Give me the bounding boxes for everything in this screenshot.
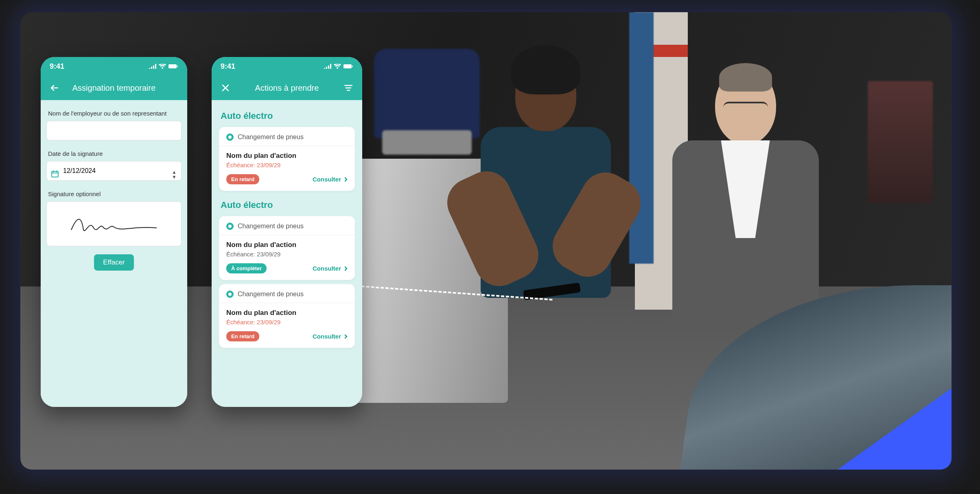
status-badge: À compléter xyxy=(226,263,267,273)
phone-assignation: 9:41 Assignation temporaire Nom de l'emp… xyxy=(41,57,187,407)
status-badge: En retard xyxy=(226,174,259,184)
task-icon xyxy=(226,223,234,230)
task-name: Changement de pneus xyxy=(238,133,304,141)
svg-rect-2 xyxy=(52,171,58,177)
chevron-right-icon xyxy=(344,266,348,271)
task-name: Changement de pneus xyxy=(238,223,304,230)
section-heading: Auto électro xyxy=(221,200,353,210)
task-icon xyxy=(226,291,234,298)
status-icons xyxy=(324,64,353,69)
status-bar: 9:41 xyxy=(41,57,187,76)
mechanic-figure xyxy=(477,58,615,383)
deadline-text: Échéance: 23/09/29 xyxy=(226,319,348,326)
task-icon xyxy=(226,133,234,141)
signal-icon xyxy=(149,64,156,69)
status-badge: En retard xyxy=(226,331,259,341)
action-card: Changement de pneus Nom du plan d'action… xyxy=(219,216,355,280)
deadline-text: Échéance: 23/09/29 xyxy=(226,162,348,168)
consult-link[interactable]: Consulter xyxy=(313,176,348,183)
phone-actions: 9:41 Actions à prendre Auto électro Chan… xyxy=(212,57,362,407)
status-time: 9:41 xyxy=(221,62,235,71)
signature-box[interactable] xyxy=(46,201,182,246)
wifi-icon xyxy=(334,64,341,69)
action-card: Changement de pneus Nom du plan d'action… xyxy=(219,284,355,348)
svg-rect-3 xyxy=(343,64,352,68)
consult-link[interactable]: Consulter xyxy=(313,265,348,272)
date-input[interactable] xyxy=(46,161,182,181)
signature-drawing xyxy=(69,212,159,236)
hero-frame: 9:41 Assignation temporaire Nom de l'emp… xyxy=(20,12,952,470)
header-title: Assignation temporaire xyxy=(72,83,156,93)
close-icon[interactable] xyxy=(221,83,230,93)
header-title: Actions à prendre xyxy=(255,83,319,93)
status-icons xyxy=(149,64,178,69)
section-heading: Auto électro xyxy=(221,111,353,121)
consult-link[interactable]: Consulter xyxy=(313,333,348,340)
task-name: Changement de pneus xyxy=(238,291,304,298)
employer-label: Nom de l'employeur ou de son representan… xyxy=(48,110,180,117)
deadline-text: Échéance: 23/09/29 xyxy=(226,251,348,258)
action-card: Changement de pneus Nom du plan d'action… xyxy=(219,127,355,191)
signal-icon xyxy=(324,64,331,69)
wifi-icon xyxy=(159,64,166,69)
filter-icon[interactable] xyxy=(343,83,353,93)
employer-input[interactable] xyxy=(46,121,182,140)
stepper-icon[interactable]: ▲▼ xyxy=(172,170,177,179)
clear-button[interactable]: Effacer xyxy=(94,254,134,271)
plan-name: Nom du plan d'action xyxy=(226,309,348,317)
chevron-right-icon xyxy=(344,177,348,182)
status-bar: 9:41 xyxy=(212,57,362,76)
svg-rect-4 xyxy=(352,66,353,67)
plan-name: Nom du plan d'action xyxy=(226,241,348,249)
phone-header: Actions à prendre xyxy=(212,76,362,100)
svg-rect-0 xyxy=(168,64,177,68)
chevron-right-icon xyxy=(344,334,348,339)
calendar-icon xyxy=(51,170,59,179)
battery-icon xyxy=(343,64,353,69)
phone-header: Assignation temporaire xyxy=(41,76,187,100)
plan-name: Nom du plan d'action xyxy=(226,152,348,160)
date-label: Date de la signature xyxy=(48,150,180,157)
back-icon[interactable] xyxy=(50,83,59,93)
svg-rect-1 xyxy=(177,66,178,67)
battery-icon xyxy=(168,64,178,69)
signature-label: Signature optionnel xyxy=(48,190,180,197)
status-time: 9:41 xyxy=(50,62,64,71)
